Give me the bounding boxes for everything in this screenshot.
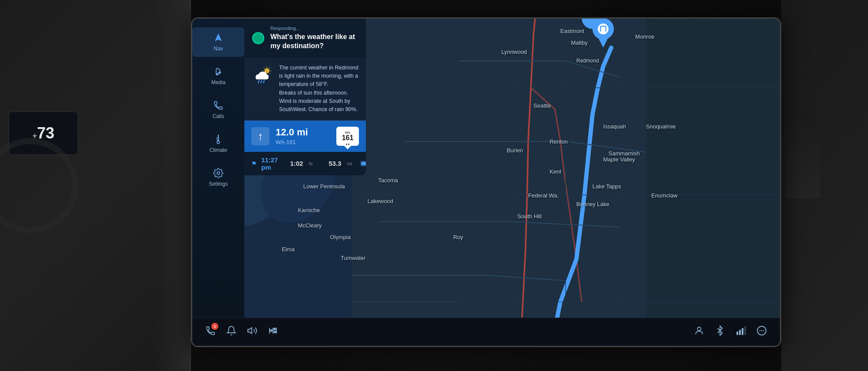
remaining-distance: 53.3 <box>329 160 341 167</box>
svg-rect-31 <box>362 162 366 165</box>
svg-line-2 <box>218 72 219 73</box>
svg-point-13 <box>598 23 608 34</box>
car-interior-right <box>781 0 868 371</box>
svg-line-25 <box>270 68 270 68</box>
nav-direction-arrow: ↑ <box>251 127 270 145</box>
svg-rect-44 <box>739 330 741 335</box>
svg-point-1 <box>219 72 221 73</box>
sidebar-climate-label: Climate <box>210 147 227 153</box>
sidebar-item-settings[interactable]: Settings <box>192 163 244 192</box>
media-icon <box>213 66 224 77</box>
nav-status-bar: ⚑ 11:27 pm 1:02 hr 53.3 mi <box>244 152 366 175</box>
sidebar-calls-label: Calls <box>213 113 224 119</box>
weather-icon <box>251 64 274 86</box>
climate-icon <box>213 134 224 144</box>
svg-rect-46 <box>744 326 746 335</box>
sidebar-settings-label: Settings <box>209 181 227 187</box>
svg-point-48 <box>760 330 760 331</box>
voice-nav-overlay: Responding... What's the weather like at… <box>244 19 366 318</box>
battery-block: 78% <box>361 161 366 167</box>
svg-point-0 <box>216 73 218 75</box>
sidebar-item-calls[interactable]: Calls <box>192 95 244 125</box>
svg-point-42 <box>697 327 701 331</box>
weather-response-block: The current weather in Redmond is light … <box>244 58 366 121</box>
weather-cloud-rain-icon <box>252 65 273 85</box>
door-panel-right <box>786 112 820 198</box>
calls-icon <box>213 100 224 111</box>
voice-response-panel: Responding... What's the weather like at… <box>244 19 366 175</box>
trip-duration: 1:02 <box>290 160 303 167</box>
signal-strength-icon[interactable] <box>736 325 746 338</box>
destination-flag-icon: ⚑ <box>251 160 257 167</box>
taskbar-left-icons: 1 <box>205 325 278 338</box>
volume-icon[interactable] <box>247 325 257 338</box>
svg-rect-43 <box>736 332 738 335</box>
svg-line-26 <box>258 80 259 83</box>
taskbar-right-icons <box>694 325 767 338</box>
notification-bell-icon[interactable] <box>226 325 237 338</box>
more-menu-icon[interactable] <box>756 325 767 338</box>
battery-icon <box>361 161 366 166</box>
car-interior-left: +73 <box>0 0 191 371</box>
sidebar-media-label: Media <box>211 79 226 85</box>
settings-icon <box>213 168 224 178</box>
voice-status: Responding... <box>270 26 358 31</box>
screen-content: Nav Media Calls <box>192 19 780 346</box>
nav-icon <box>213 33 224 43</box>
duration-unit: hr <box>309 161 313 166</box>
arrival-time: 11:27 pm <box>261 156 278 171</box>
sidebar-item-climate[interactable]: Climate <box>192 129 244 158</box>
bluetooth-icon[interactable] <box>715 325 725 338</box>
sidebar-nav-label: Nav <box>214 46 223 52</box>
svg-line-23 <box>264 68 264 68</box>
sidebar-item-media[interactable]: Media <box>192 61 244 91</box>
road-badge-dots <box>346 144 349 145</box>
svg-point-50 <box>763 330 764 331</box>
road-shield-badge: WA 161 <box>336 127 359 146</box>
distance-unit: mi <box>347 161 352 166</box>
nav-instruction-block: ↑ 12.0 mi WA-161 WA 161 <box>244 121 366 152</box>
phone-badge: 1 <box>211 323 218 330</box>
infotainment-screen: Nav Media Calls <box>191 17 781 347</box>
sidebar: Nav Media Calls <box>192 19 244 318</box>
svg-line-27 <box>261 80 262 83</box>
main-content-area: Nav Media Calls <box>192 19 780 318</box>
map-view[interactable]: Seattle Redmond Bremerton Tacoma Olympia… <box>244 19 780 318</box>
svg-marker-32 <box>248 328 252 334</box>
svg-rect-5 <box>218 138 219 142</box>
svg-rect-45 <box>742 328 743 335</box>
phone-notification-icon[interactable]: 1 <box>205 325 216 338</box>
profile-icon[interactable] <box>694 325 704 338</box>
voice-active-indicator <box>252 32 264 44</box>
svg-line-28 <box>263 80 264 83</box>
svg-line-24 <box>270 73 270 73</box>
nav-left-section: ↑ 12.0 mi WA-161 <box>251 127 308 145</box>
weather-description: The current weather in Redmond is light … <box>279 64 359 114</box>
steering-wheel-inner <box>4 160 56 212</box>
nav-distance-value: 12.0 mi <box>276 127 308 138</box>
svg-point-49 <box>761 330 762 331</box>
voice-text-block: Responding... What's the weather like at… <box>270 26 358 51</box>
svg-point-9 <box>217 172 220 174</box>
nav-road-name: WA-161 <box>276 139 308 145</box>
sidebar-item-nav[interactable]: Nav <box>192 27 244 57</box>
up-arrow-symbol: ↑ <box>258 131 263 142</box>
nav-distance-block: 12.0 mi WA-161 <box>276 127 308 145</box>
equalizer-icon[interactable] <box>268 325 278 338</box>
taskbar: 1 <box>192 318 780 346</box>
road-badge-number: 161 <box>342 135 354 141</box>
voice-question: What's the weather like at my destinatio… <box>270 33 358 51</box>
voice-header: Responding... What's the weather like at… <box>244 19 366 58</box>
